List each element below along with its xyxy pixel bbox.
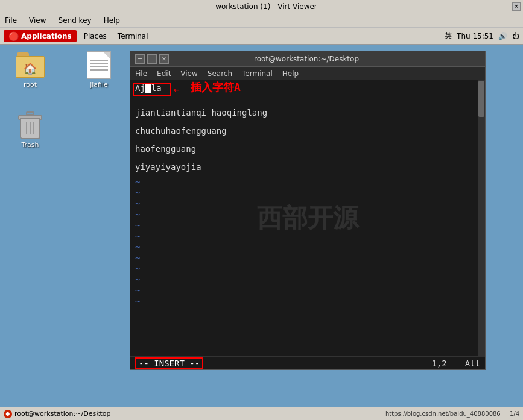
trash-line-1 xyxy=(26,122,27,134)
applications-menu[interactable]: 🔴 Applications xyxy=(4,30,77,42)
root-icon-label: root xyxy=(24,81,37,89)
volume-icon[interactable]: 🔊 xyxy=(498,32,507,40)
vim-line-5: chuchuhaofengguang xyxy=(135,124,480,138)
terminal-menu-terminal[interactable]: Terminal xyxy=(242,69,273,78)
trash-line-2 xyxy=(30,122,31,134)
file-line-3 xyxy=(90,66,108,67)
vim-line-7: haofengguang xyxy=(135,142,480,156)
vim-content: jiantiantianqi haoqinglang chuchuhaofeng… xyxy=(135,105,480,174)
bottom-task[interactable]: ● root@workstation:~/Desktop xyxy=(4,410,111,418)
terminal-max-button[interactable]: □ xyxy=(147,54,157,64)
bottom-page: 1/4 xyxy=(510,410,519,417)
file-lines xyxy=(90,60,108,72)
vim-line-9: yiyayiyayojia xyxy=(135,160,480,174)
trash-icon-label: Trash xyxy=(21,141,39,149)
terminal-menu-search[interactable]: Search xyxy=(208,69,232,78)
folder-body: 🏠 xyxy=(16,56,45,78)
bottom-task-label: root@workstation:~/Desktop xyxy=(14,410,111,418)
bottom-url: https://blog.csdn.net/baidu_40880086 xyxy=(385,410,501,417)
file-icon-img-wrapper xyxy=(84,51,113,80)
tilde-8: ~ xyxy=(135,252,480,263)
bottom-right: https://blog.csdn.net/baidu_40880086 1/4 xyxy=(385,410,519,417)
tilde-9: ~ xyxy=(135,263,480,274)
outer-title-bar: workstation (1) - Virt Viewer ✕ xyxy=(0,0,523,13)
tilde-6: ~ xyxy=(135,231,480,242)
terminal-close-button[interactable]: ✕ xyxy=(159,54,169,64)
terminal-title: root@workstation:~/Desktop xyxy=(169,55,444,63)
clock: Thu 15:51 xyxy=(457,32,493,40)
tilde-1: ~ xyxy=(135,177,480,187)
tilde-10: ~ xyxy=(135,274,480,285)
desktop-icon-root[interactable]: 🏠 root xyxy=(8,51,52,89)
vim-line-3: jiantiantianqi haoqinglang xyxy=(135,105,480,120)
outer-menu-bar: File View Send key Help xyxy=(0,13,523,28)
terminal-menu[interactable]: Terminal xyxy=(114,31,152,42)
applications-label: Applications xyxy=(21,32,72,40)
menu-send-key[interactable]: Send key xyxy=(56,15,94,26)
vim-position: 1,2 xyxy=(431,359,446,368)
trash-icon-img-wrapper xyxy=(16,111,45,140)
vim-line-2 xyxy=(135,95,480,105)
terminal-title-bar: ─ □ ✕ root@workstation:~/Desktop xyxy=(130,51,485,67)
annotation-arrow: ← xyxy=(174,84,180,95)
file-line-4 xyxy=(90,69,108,71)
outer-window-title: workstation (1) - Virt Viewer xyxy=(21,2,512,11)
home-symbol: 🏠 xyxy=(24,62,37,75)
taskbar: 🔴 Applications Places Terminal 英 Thu 15:… xyxy=(0,28,523,45)
terminal-menu-help[interactable]: Help xyxy=(282,69,299,78)
bottom-bar: ● root@workstation:~/Desktop https://blo… xyxy=(0,407,523,420)
desktop-icon-trash[interactable]: Trash xyxy=(8,111,52,149)
trash-line-3 xyxy=(33,122,34,134)
terminal-min-button[interactable]: ─ xyxy=(135,54,145,64)
terminal-menu-bar: File Edit View Search Terminal Help xyxy=(130,67,485,80)
menu-file[interactable]: File xyxy=(2,15,19,26)
terminal-content[interactable]: 西部开源 Aj la ← 插入字符A jiantiantianqi haoqin… xyxy=(130,80,485,356)
tilde-4: ~ xyxy=(135,209,480,220)
vim-all: All xyxy=(465,359,480,368)
tilde-lines: ~ ~ ~ ~ ~ ~ ~ ~ ~ ~ ~ ~ xyxy=(135,177,480,307)
folder-icon-img: 🏠 xyxy=(16,51,45,80)
trash-lines xyxy=(26,122,34,134)
vim-line-1: Aj la xyxy=(135,83,480,93)
tilde-3: ~ xyxy=(135,198,480,209)
vim-insert-mode: -- INSERT -- xyxy=(135,357,203,369)
vim-cursor xyxy=(145,83,151,93)
tilde-2: ~ xyxy=(135,187,480,198)
taskbar-right: 英 Thu 15:51 🔊 ⏻ xyxy=(445,31,519,41)
file-line-2 xyxy=(90,63,108,64)
annotation-label: 插入字符A xyxy=(191,80,241,95)
language-indicator: 英 xyxy=(445,31,452,41)
tilde-7: ~ xyxy=(135,242,480,252)
terminal-menu-edit[interactable]: Edit xyxy=(157,69,171,78)
power-icon[interactable]: ⏻ xyxy=(512,32,519,40)
jiafile-icon-label: jiafile xyxy=(90,81,108,89)
bottom-task-icon: ● xyxy=(4,410,12,418)
menu-help[interactable]: Help xyxy=(101,15,122,26)
file-line-1 xyxy=(90,60,108,61)
trash-body xyxy=(20,118,40,139)
file-fold xyxy=(103,52,110,59)
tilde-12: ~ xyxy=(135,296,480,307)
tilde-11: ~ xyxy=(135,285,480,296)
terminal-menu-file[interactable]: File xyxy=(135,69,147,78)
menu-view[interactable]: View xyxy=(27,15,48,26)
desktop: 🏠 root jiafile xyxy=(0,45,523,407)
vim-status-bar: -- INSERT -- 1,2 All xyxy=(130,356,485,369)
tilde-5: ~ xyxy=(135,220,480,231)
terminal-window: ─ □ ✕ root@workstation:~/Desktop File Ed… xyxy=(130,51,486,370)
places-menu[interactable]: Places xyxy=(80,31,110,42)
file-icon-img xyxy=(87,51,111,79)
terminal-controls: ─ □ ✕ xyxy=(135,54,169,64)
terminal-menu-view[interactable]: View xyxy=(180,69,197,78)
desktop-icon-jiafile[interactable]: jiafile xyxy=(77,51,121,89)
trash-icon-img xyxy=(17,111,43,139)
outer-close-button[interactable]: ✕ xyxy=(512,2,521,11)
